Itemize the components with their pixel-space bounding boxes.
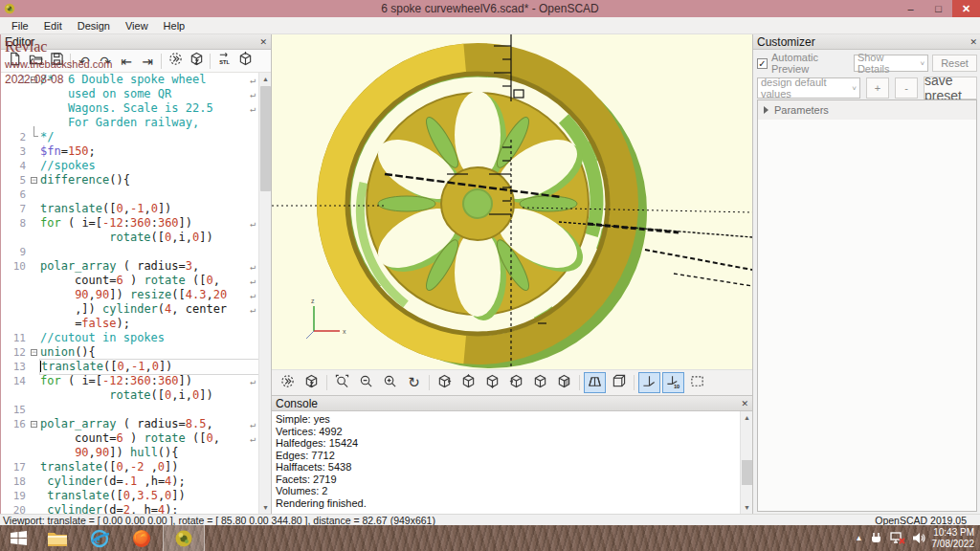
fold-margin[interactable]: [30, 130, 40, 144]
code-row[interactable]: 16–polar_array ( radius=8.5,↵: [1, 417, 271, 431]
code-row[interactable]: 10polar_array ( radius=3,↵: [1, 259, 271, 274]
view-right-button[interactable]: [434, 372, 456, 393]
console-close-icon[interactable]: ✕: [741, 399, 748, 408]
taskbar-internet-explorer[interactable]: e: [78, 525, 121, 551]
open-button[interactable]: [25, 51, 46, 71]
zoom-in-button[interactable]: [379, 372, 401, 393]
titlebar[interactable]: 6 spoke curvewheelV6.scad* - OpenSCAD – …: [0, 0, 980, 17]
code-row[interactable]: 14for ( i=[-12:360:360])↵: [1, 374, 271, 388]
add-preset-button[interactable]: +: [866, 77, 889, 99]
code-row[interactable]: rotate([0,i,0]): [1, 388, 271, 403]
fold-minus-icon[interactable]: –: [31, 421, 37, 428]
export-stl-button[interactable]: STL: [213, 51, 234, 71]
code-row[interactable]: 12–union(){: [1, 345, 271, 360]
code-row[interactable]: =false);: [1, 317, 271, 331]
customizer-header[interactable]: Customizer ✕: [753, 34, 980, 50]
render-button[interactable]: [186, 51, 207, 71]
show-axes-button[interactable]: [638, 372, 660, 393]
code-row[interactable]: 20 cylinder(d=2, h=4);: [1, 503, 271, 514]
fold-minus-icon[interactable]: –: [31, 77, 37, 83]
fold-margin[interactable]: –: [30, 173, 40, 187]
code-row[interactable]: 90,90]) hull(){: [1, 446, 271, 460]
fold-margin[interactable]: –: [30, 73, 40, 87]
minimize-button[interactable]: –: [897, 0, 924, 17]
remove-preset-button[interactable]: -: [895, 77, 918, 99]
details-dropdown[interactable]: Show Details ˅: [854, 55, 928, 72]
code-row[interactable]: 9: [1, 245, 271, 259]
code-row[interactable]: 90,90]) resize([4.3,20↵: [1, 288, 271, 302]
scroll-up-icon[interactable]: ▲: [259, 73, 272, 85]
code-row[interactable]: 8for ( i=[-12:360:360])↵: [1, 216, 271, 231]
view-top-button[interactable]: [457, 372, 479, 393]
taskbar-firefox[interactable]: [121, 525, 163, 551]
menu-help[interactable]: Help: [156, 19, 193, 33]
taskbar-openscad[interactable]: [163, 525, 205, 551]
unindent-button[interactable]: ⇤: [116, 51, 137, 71]
perspective-button[interactable]: [584, 372, 606, 393]
code-row[interactable]: count=6 ) rotate ([0,↵: [1, 431, 271, 446]
hidden-icons-chevron[interactable]: ▲: [856, 534, 863, 542]
clock[interactable]: 10:43 PM 7/08/2022: [932, 527, 975, 550]
code-row[interactable]: Wagons. Scale is 22.5↵: [1, 101, 271, 116]
save-preset-button[interactable]: save preset: [924, 77, 977, 99]
taskbar-file-explorer[interactable]: [36, 525, 78, 551]
code-row[interactable]: 6: [1, 187, 271, 202]
fold-margin[interactable]: –: [30, 345, 40, 360]
undo-button[interactable]: ↶: [74, 51, 95, 71]
code-row[interactable]: 11//cutout in spokes: [1, 331, 271, 345]
code-row[interactable]: 1–/* 6 Double spoke wheel↵: [1, 73, 271, 87]
editor-panel-header[interactable]: Editor ✕: [1, 34, 271, 50]
show-scale-markers-button[interactable]: 10: [662, 372, 684, 393]
maximize-button[interactable]: □: [924, 0, 952, 17]
editor-close-icon[interactable]: ✕: [259, 37, 267, 47]
code-row[interactable]: 13translate([0,-1,0]): [1, 360, 271, 374]
preview-button[interactable]: [165, 51, 186, 71]
scroll-down-icon[interactable]: ▼: [259, 501, 272, 514]
fold-minus-icon[interactable]: –: [31, 349, 37, 356]
viewport-3d[interactable]: z x: [272, 34, 752, 369]
code-row[interactable]: 3$fn=150;: [1, 144, 271, 159]
power-plug-icon[interactable]: [870, 532, 883, 544]
view-front-button[interactable]: [529, 372, 551, 393]
fold-margin[interactable]: –: [30, 417, 40, 431]
code-row[interactable]: 2*/: [1, 130, 271, 144]
code-row[interactable]: 18 cylinder(d=.1 ,h=4);: [1, 474, 271, 489]
preview-button[interactable]: [277, 372, 299, 393]
editor-scroll-thumb[interactable]: [260, 86, 271, 191]
save-button[interactable]: [46, 51, 67, 71]
code-row[interactable]: 5–difference(){: [1, 173, 271, 187]
code-row[interactable]: 17translate([0,-2 ,0]): [1, 460, 271, 474]
menu-file[interactable]: File: [4, 19, 36, 33]
code-editor[interactable]: 1–/* 6 Double spoke wheel↵ used on some …: [1, 73, 271, 514]
view-bottom-button[interactable]: [481, 372, 503, 393]
start-button[interactable]: [0, 525, 36, 551]
automatic-preview-checkbox[interactable]: ✓: [757, 58, 768, 69]
redo-button[interactable]: ↷: [95, 51, 116, 71]
zoom-all-button[interactable]: [331, 372, 353, 393]
menu-view[interactable]: View: [118, 19, 156, 33]
code-row[interactable]: 19 translate([0,3.5,0]): [1, 489, 271, 503]
view-left-button[interactable]: [505, 372, 527, 393]
render-button[interactable]: [301, 372, 323, 393]
console-scroll-thumb[interactable]: [742, 460, 752, 485]
code-row[interactable]: 4//spokes: [1, 159, 271, 173]
view-back-button[interactable]: [553, 372, 575, 393]
reset-button[interactable]: Reset: [932, 55, 977, 72]
editor-scrollbar[interactable]: ▲ ▼: [258, 73, 271, 514]
orthogonal-button[interactable]: [608, 372, 630, 393]
code-row[interactable]: 7translate([0,-1,0]): [1, 202, 271, 216]
reset-view-button[interactable]: ↻: [403, 372, 425, 393]
code-row[interactable]: count=6 ) rotate ([0,↵: [1, 274, 271, 288]
indent-button[interactable]: ⇥: [137, 51, 158, 71]
code-row[interactable]: used on some QR↵: [1, 87, 271, 101]
customizer-close-icon[interactable]: ✕: [969, 37, 977, 47]
volume-icon[interactable]: [912, 532, 925, 544]
code-row[interactable]: ,]) cylinder(4, center↵: [1, 302, 271, 317]
code-row[interactable]: 15: [1, 403, 271, 417]
close-button[interactable]: ✕: [952, 0, 980, 17]
console-header[interactable]: Console ✕: [272, 396, 752, 411]
preset-dropdown[interactable]: design default values ˅: [757, 77, 860, 99]
console-output[interactable]: Simple: yesVertices: 4992Halfedges: 1542…: [272, 411, 740, 514]
code-row[interactable]: For Garden railway,: [1, 116, 271, 130]
zoom-out-button[interactable]: [355, 372, 377, 393]
